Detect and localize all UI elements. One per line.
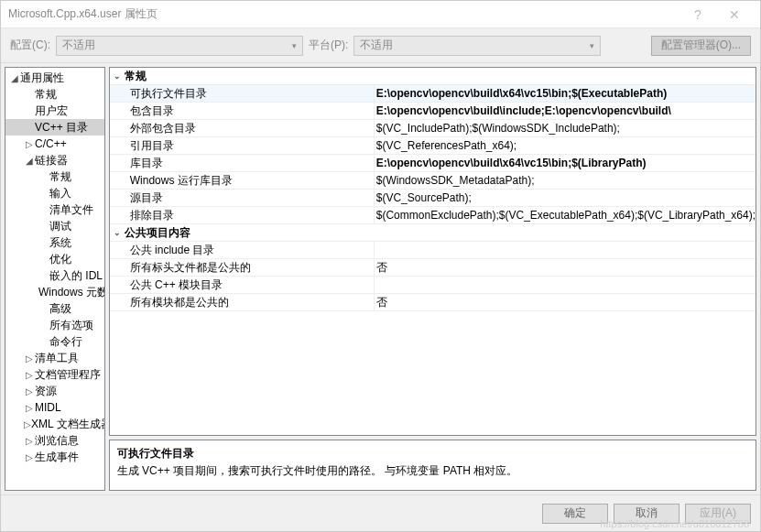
config-combo[interactable]: 不适用 ▾: [56, 36, 303, 56]
property-value[interactable]: [374, 277, 756, 293]
tree-item-label: 生成事件: [35, 450, 79, 465]
tree-panel[interactable]: ◢通用属性常规用户宏VC++ 目录▷C/C++◢链接器常规输入清单文件调试系统优…: [5, 67, 105, 491]
property-value[interactable]: 否: [374, 259, 756, 276]
tree-item-label: 命令行: [49, 334, 82, 350]
tree-item-label: 清单工具: [35, 351, 79, 366]
property-label: 源目录: [110, 190, 374, 206]
tree-item[interactable]: ▷MIDL: [5, 399, 104, 416]
property-value[interactable]: $(VC_ReferencesPath_x64);: [374, 137, 756, 154]
tree-item[interactable]: 输入: [5, 185, 104, 201]
property-row[interactable]: 所有标头文件都是公共的否: [110, 259, 756, 277]
tree-item[interactable]: ▷XML 文档生成器: [5, 416, 104, 432]
property-label: 所有标头文件都是公共的: [110, 260, 374, 276]
tree-item[interactable]: ▷C/C++: [5, 136, 104, 152]
property-group-header[interactable]: ⌄常规: [110, 68, 756, 85]
tree-item[interactable]: ▷文档管理程序: [5, 366, 104, 383]
property-row[interactable]: 所有模块都是公共的否: [110, 294, 756, 311]
tree-item-label: C/C++: [35, 137, 67, 150]
content-panel: ⌄常规可执行文件目录E:\opencv\opencv\build\x64\vc1…: [109, 67, 756, 491]
property-row[interactable]: 排除目录$(CommonExcludePath);$(VC_Executable…: [110, 207, 756, 224]
platform-combo[interactable]: 不适用 ▾: [353, 36, 601, 56]
tree-item[interactable]: 调试: [5, 218, 104, 234]
tree-item-label: XML 文档生成器: [31, 417, 105, 432]
tree-item[interactable]: 高级: [5, 300, 104, 317]
tree-item-label: 清单文件: [49, 202, 93, 218]
description-box: 可执行文件目录 生成 VC++ 项目期间，搜索可执行文件时使用的路径。 与环境变…: [109, 440, 756, 491]
tree-item-label: 所有选项: [49, 318, 93, 333]
tree-item[interactable]: VC++ 目录: [5, 119, 104, 136]
tree-item[interactable]: ◢通用属性: [5, 70, 104, 86]
tree-item[interactable]: 用户宏: [5, 103, 104, 119]
property-label: 引用目录: [110, 138, 374, 154]
property-value[interactable]: $(VC_IncludePath);$(WindowsSDK_IncludePa…: [374, 120, 756, 136]
property-label: 公共 include 目录: [110, 243, 374, 258]
tree-expanded-icon: ◢: [9, 73, 20, 83]
property-grid[interactable]: ⌄常规可执行文件目录E:\opencv\opencv\build\x64\vc1…: [109, 67, 756, 436]
tree-collapsed-icon: ▷: [24, 436, 35, 446]
property-label: 可执行文件目录: [110, 86, 374, 102]
property-row[interactable]: 源目录$(VC_SourcePath);: [110, 190, 756, 207]
tree-item[interactable]: 清单文件: [5, 201, 104, 218]
tree-item-label: 常规: [49, 169, 71, 185]
tree-item[interactable]: 优化: [5, 251, 104, 267]
property-row[interactable]: 外部包含目录$(VC_IncludePath);$(WindowsSDK_Inc…: [110, 120, 756, 137]
tree-item-label: 输入: [49, 186, 71, 201]
property-value[interactable]: [374, 242, 756, 258]
tree-item[interactable]: 命令行: [5, 333, 104, 350]
property-label: 外部包含目录: [110, 121, 374, 136]
property-row[interactable]: 公共 include 目录: [110, 242, 756, 259]
property-row[interactable]: 库目录E:\opencv\opencv\build\x64\vc15\bin;$…: [110, 155, 756, 172]
property-row[interactable]: Windows 运行库目录$(WindowsSDK_MetadataPath);: [110, 172, 756, 190]
footer: 确定 取消 应用(A) https://blog.csdn.net/u01001…: [1, 494, 760, 531]
platform-label: 平台(P):: [309, 38, 348, 53]
group-label: 公共项目内容: [125, 225, 190, 241]
tree-item-label: VC++ 目录: [35, 120, 88, 136]
property-group-header[interactable]: ⌄公共项目内容: [110, 224, 756, 242]
property-value[interactable]: 否: [374, 294, 756, 310]
apply-button[interactable]: 应用(A): [685, 504, 751, 524]
tree-collapsed-icon: ▷: [24, 353, 35, 364]
main-area: ◢通用属性常规用户宏VC++ 目录▷C/C++◢链接器常规输入清单文件调试系统优…: [1, 63, 760, 494]
description-text: 生成 VC++ 项目期间，搜索可执行文件时使用的路径。 与环境变量 PATH 相…: [117, 463, 748, 479]
property-value[interactable]: $(VC_SourcePath);: [374, 190, 756, 206]
platform-value: 不适用: [360, 38, 393, 53]
property-row[interactable]: 可执行文件目录E:\opencv\opencv\build\x64\vc15\b…: [110, 85, 756, 103]
property-row[interactable]: 包含目录E:\opencv\opencv\build\include;E:\op…: [110, 103, 756, 120]
tree-collapsed-icon: ▷: [24, 370, 35, 380]
property-value[interactable]: E:\opencv\opencv\build\x64\vc15\bin;$(Li…: [374, 155, 756, 171]
group-label: 常规: [125, 69, 147, 84]
tree-collapsed-icon: ▷: [24, 452, 35, 462]
tree-item[interactable]: ▷清单工具: [5, 350, 104, 366]
description-title: 可执行文件目录: [117, 446, 748, 461]
tree-item[interactable]: ▷生成事件: [5, 449, 104, 465]
property-value[interactable]: $(WindowsSDK_MetadataPath);: [374, 172, 756, 189]
property-value[interactable]: $(CommonExcludePath);$(VC_ExecutablePath…: [374, 207, 756, 223]
property-row[interactable]: 引用目录$(VC_ReferencesPath_x64);: [110, 137, 756, 155]
tree-item[interactable]: 常规: [5, 86, 104, 103]
close-button[interactable]: ✕: [716, 7, 753, 22]
tree-item[interactable]: 所有选项: [5, 317, 104, 333]
tree-item[interactable]: 常规: [5, 168, 104, 185]
help-button[interactable]: ?: [679, 7, 716, 22]
tree-item-label: Windows 元数据: [38, 285, 105, 300]
tree-item[interactable]: ◢链接器: [5, 152, 104, 168]
tree-item[interactable]: ▷浏览信息: [5, 432, 104, 449]
ok-button[interactable]: 确定: [542, 504, 608, 524]
tree-item[interactable]: 系统: [5, 234, 104, 251]
property-value[interactable]: E:\opencv\opencv\build\x64\vc15\bin;$(Ex…: [374, 85, 756, 102]
cancel-button[interactable]: 取消: [614, 504, 679, 524]
config-value: 不适用: [62, 38, 95, 53]
tree-item-label: 调试: [49, 219, 71, 234]
config-manager-button[interactable]: 配置管理器(O)...: [651, 36, 751, 56]
config-label: 配置(C):: [10, 38, 50, 53]
property-value[interactable]: E:\opencv\opencv\build\include;E:\opencv…: [374, 103, 756, 119]
tree-item-label: 系统: [49, 235, 71, 251]
tree-item[interactable]: Windows 元数据: [5, 284, 104, 300]
tree-item[interactable]: ▷资源: [5, 383, 104, 399]
tree-item[interactable]: 嵌入的 IDL: [5, 267, 104, 284]
tree-collapsed-icon: ▷: [24, 139, 35, 149]
property-label: 排除目录: [110, 208, 374, 223]
tree-item-label: MIDL: [35, 401, 61, 414]
window-title: Microsoft.Cpp.x64.user 属性页: [8, 6, 679, 22]
property-row[interactable]: 公共 C++ 模块目录: [110, 277, 756, 294]
